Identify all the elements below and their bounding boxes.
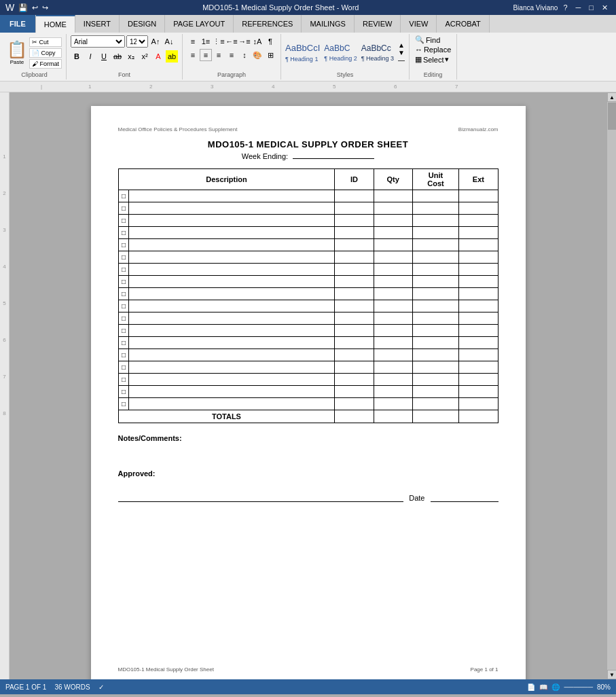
row-ext[interactable]	[459, 264, 498, 276]
numbering-icon[interactable]: 1≡	[200, 35, 212, 48]
quick-save-icon[interactable]: 💾	[18, 3, 28, 12]
row-unit-cost[interactable]	[412, 374, 459, 386]
row-description[interactable]	[129, 325, 335, 337]
row-checkbox[interactable]: □	[118, 374, 129, 386]
tab-page-layout[interactable]: PAGE LAYOUT	[165, 15, 234, 33]
row-ext[interactable]	[459, 398, 498, 410]
align-left-icon[interactable]: ≡	[187, 49, 199, 61]
table-row[interactable]: □	[118, 227, 498, 239]
row-unit-cost[interactable]	[412, 227, 459, 239]
row-checkbox[interactable]: □	[118, 251, 129, 264]
row-ext[interactable]	[459, 325, 498, 337]
row-qty[interactable]	[374, 300, 412, 312]
row-qty[interactable]	[374, 227, 412, 239]
superscript-button[interactable]: x²	[139, 50, 151, 62]
row-description[interactable]	[129, 190, 335, 202]
row-id[interactable]	[335, 398, 374, 410]
row-qty[interactable]	[374, 361, 412, 374]
table-row[interactable]: □	[118, 239, 498, 251]
row-id[interactable]	[335, 239, 374, 251]
right-scrollbar[interactable]: ▲ ▼	[606, 92, 616, 679]
row-qty[interactable]	[374, 264, 412, 276]
align-right-icon[interactable]: ≡	[213, 49, 225, 61]
table-row[interactable]: □	[118, 202, 498, 215]
row-unit-cost[interactable]	[412, 251, 459, 264]
row-qty[interactable]	[374, 251, 412, 264]
maximize-btn[interactable]: □	[586, 3, 596, 12]
row-qty[interactable]	[374, 202, 412, 215]
row-ext[interactable]	[459, 312, 498, 325]
table-row[interactable]: □	[118, 264, 498, 276]
proofing-icon[interactable]: ✓	[98, 683, 104, 691]
style-heading3[interactable]: AaBbCc¶ Heading 3	[361, 43, 394, 62]
row-description[interactable]	[129, 215, 335, 227]
tab-design[interactable]: DESIGN	[120, 15, 165, 33]
row-unit-cost[interactable]	[412, 288, 459, 300]
table-row[interactable]: □	[118, 190, 498, 202]
table-row[interactable]: □	[118, 312, 498, 325]
font-color-button[interactable]: A	[152, 50, 164, 62]
row-description[interactable]	[129, 312, 335, 325]
row-checkbox[interactable]: □	[118, 276, 129, 288]
italic-button[interactable]: I	[84, 50, 96, 62]
format-painter-button[interactable]: 🖌 Format	[29, 59, 62, 69]
row-ext[interactable]	[459, 288, 498, 300]
row-description[interactable]	[129, 251, 335, 264]
row-ext[interactable]	[459, 349, 498, 361]
row-unit-cost[interactable]	[412, 215, 459, 227]
font-name-select[interactable]: Arial	[71, 35, 125, 48]
row-description[interactable]	[129, 300, 335, 312]
row-ext[interactable]	[459, 337, 498, 349]
row-id[interactable]	[335, 202, 374, 215]
row-unit-cost[interactable]	[412, 202, 459, 215]
row-id[interactable]	[335, 288, 374, 300]
row-qty[interactable]	[374, 349, 412, 361]
row-qty[interactable]	[374, 337, 412, 349]
row-qty[interactable]	[374, 398, 412, 410]
table-row[interactable]: □	[118, 276, 498, 288]
row-qty[interactable]	[374, 374, 412, 386]
tab-mailings[interactable]: MAILINGS	[302, 15, 355, 33]
scroll-track[interactable]	[607, 102, 616, 670]
row-qty[interactable]	[374, 190, 412, 202]
row-description[interactable]	[129, 202, 335, 215]
row-ext[interactable]	[459, 251, 498, 264]
tab-insert[interactable]: INSERT	[75, 15, 120, 33]
grow-font-icon[interactable]: A↑	[149, 35, 162, 48]
replace-button[interactable]: ↔ Replace	[415, 46, 451, 54]
view-print-icon[interactable]: 📄	[527, 683, 535, 691]
cut-button[interactable]: ✂ Cut	[29, 37, 62, 47]
sort-icon[interactable]: ↕A	[251, 35, 264, 48]
zoom-slider[interactable]: ──────	[564, 683, 593, 691]
table-row[interactable]: □	[118, 398, 498, 410]
table-row[interactable]: □	[118, 300, 498, 312]
multilevel-icon[interactable]: ⋮≡	[213, 35, 225, 48]
row-unit-cost[interactable]	[412, 349, 459, 361]
tab-home[interactable]: HOME	[36, 15, 75, 33]
row-unit-cost[interactable]	[412, 264, 459, 276]
table-row[interactable]: □	[118, 374, 498, 386]
row-ext[interactable]	[459, 190, 498, 202]
font-size-select[interactable]: 12	[126, 35, 148, 48]
row-ext[interactable]	[459, 276, 498, 288]
row-id[interactable]	[335, 190, 374, 202]
row-id[interactable]	[335, 227, 374, 239]
redo-icon[interactable]: ↪	[42, 3, 48, 12]
row-qty[interactable]	[374, 276, 412, 288]
scroll-thumb[interactable]	[608, 103, 616, 130]
styles-scroll-up[interactable]: ▲▼—	[398, 41, 405, 64]
row-checkbox[interactable]: □	[118, 312, 129, 325]
row-checkbox[interactable]: □	[118, 215, 129, 227]
select-button[interactable]: ▦ Select ▾	[415, 55, 450, 64]
page-container[interactable]: Medical Office Policies & Procedures Sup…	[10, 92, 606, 679]
scroll-up-btn[interactable]: ▲	[607, 92, 616, 102]
view-read-icon[interactable]: 📖	[539, 683, 547, 691]
copy-button[interactable]: 📄 Copy	[29, 48, 62, 58]
row-id[interactable]	[335, 276, 374, 288]
row-checkbox[interactable]: □	[118, 325, 129, 337]
row-id[interactable]	[335, 215, 374, 227]
row-description[interactable]	[129, 374, 335, 386]
table-row[interactable]: □	[118, 215, 498, 227]
undo-icon[interactable]: ↩	[32, 3, 38, 12]
view-web-icon[interactable]: 🌐	[551, 683, 560, 691]
